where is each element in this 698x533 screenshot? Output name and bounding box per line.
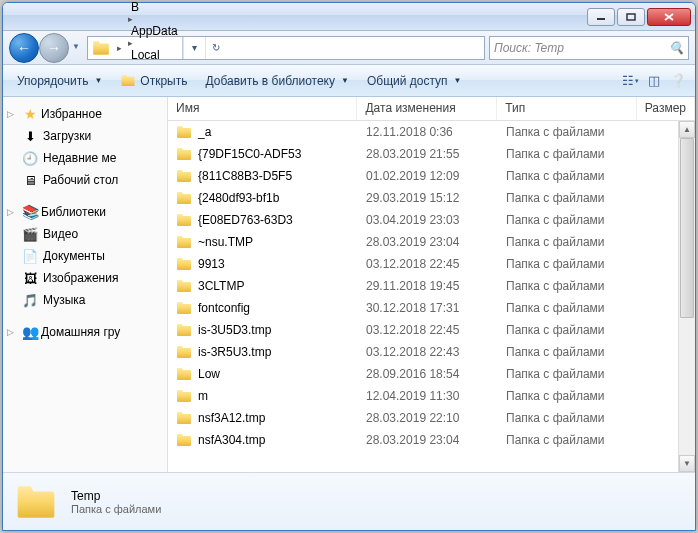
- folder-icon: [176, 213, 192, 227]
- back-button[interactable]: ←: [9, 33, 39, 63]
- file-date: 03.12.2018 22:45: [358, 323, 498, 337]
- libraries-label: Библиотеки: [41, 205, 106, 219]
- close-button[interactable]: [647, 8, 691, 26]
- file-row[interactable]: fontconfig 30.12.2018 17:31 Папка с файл…: [168, 297, 695, 319]
- file-name: fontconfig: [168, 301, 358, 315]
- file-date: 30.12.2018 17:31: [358, 301, 498, 315]
- maximize-button[interactable]: [617, 8, 645, 26]
- file-row[interactable]: nsfA304.tmp 28.03.2019 23:04 Папка с фай…: [168, 429, 695, 451]
- file-date: 03.12.2018 22:43: [358, 345, 498, 359]
- sidebar-item-icon: 🎬: [21, 225, 39, 243]
- column-name[interactable]: Имя: [168, 97, 357, 120]
- file-type: Папка с файлами: [498, 279, 638, 293]
- file-name: {811C88B3-D5F5: [168, 169, 358, 183]
- file-row[interactable]: {811C88B3-D5F5 01.02.2019 12:09 Папка с …: [168, 165, 695, 187]
- file-type: Папка с файлами: [498, 389, 638, 403]
- file-date: 01.02.2019 12:09: [358, 169, 498, 183]
- file-row[interactable]: nsf3A12.tmp 28.03.2019 22:10 Папка с фай…: [168, 407, 695, 429]
- nav-history-dropdown[interactable]: ▼: [69, 33, 83, 61]
- scrollbar-thumb[interactable]: [680, 138, 694, 318]
- breadcrumb-segment[interactable]: Local: [125, 48, 182, 62]
- breadcrumb-arrow[interactable]: ▸: [125, 14, 182, 24]
- file-row[interactable]: is-3R5U3.tmp 03.12.2018 22:43 Папка с фа…: [168, 341, 695, 363]
- sidebar-item-icon: 📄: [21, 247, 39, 265]
- address-bar[interactable]: ▸ B▸AppData▸Local▸Temp▸ ▾ ↻: [87, 36, 485, 60]
- column-size[interactable]: Размер: [637, 97, 695, 120]
- file-name: _a: [168, 125, 358, 139]
- sidebar-item-label: Рабочий стол: [43, 173, 118, 187]
- refresh-button[interactable]: ↻: [205, 37, 227, 59]
- file-type: Папка с файлами: [498, 433, 638, 447]
- address-dropdown[interactable]: ▾: [183, 37, 205, 59]
- file-row[interactable]: 3CLTMP 29.11.2018 19:45 Папка с файлами: [168, 275, 695, 297]
- file-date: 28.03.2019 21:55: [358, 147, 498, 161]
- organize-button[interactable]: Упорядочить▼: [9, 70, 110, 92]
- sidebar-item[interactable]: 📄Документы: [3, 245, 167, 267]
- file-row[interactable]: Low 28.09.2016 18:54 Папка с файлами: [168, 363, 695, 385]
- file-type: Папка с файлами: [498, 191, 638, 205]
- homegroup-label: Домашняя гру: [41, 325, 120, 339]
- file-type: Папка с файлами: [498, 301, 638, 315]
- file-row[interactable]: {2480df93-bf1b 29.03.2019 15:12 Папка с …: [168, 187, 695, 209]
- sidebar-item[interactable]: 🎵Музыка: [3, 289, 167, 311]
- share-button[interactable]: Общий доступ▼: [359, 70, 470, 92]
- forward-button[interactable]: →: [39, 33, 69, 63]
- sidebar-item-label: Музыка: [43, 293, 85, 307]
- folder-icon: [176, 367, 192, 381]
- folder-icon: [176, 125, 192, 139]
- open-folder-icon: [120, 74, 136, 87]
- folder-icon: [176, 301, 192, 315]
- file-row[interactable]: 9913 03.12.2018 22:45 Папка с файлами: [168, 253, 695, 275]
- file-type: Папка с файлами: [498, 411, 638, 425]
- minimize-button[interactable]: [587, 8, 615, 26]
- homegroup[interactable]: ▷ 👥 Домашняя гру: [3, 321, 167, 343]
- sidebar-item[interactable]: 🕘Недавние ме: [3, 147, 167, 169]
- folder-icon: [176, 389, 192, 403]
- libraries-group[interactable]: ▷ 📚 Библиотеки: [3, 201, 167, 223]
- explorer-window: ← → ▼ ▸ B▸AppData▸Local▸Temp▸ ▾ ↻ Поиск:…: [2, 2, 696, 531]
- open-button[interactable]: Открыть: [112, 70, 195, 92]
- breadcrumb-root-arrow[interactable]: ▸: [114, 37, 125, 59]
- file-row[interactable]: {E08ED763-63D3 03.04.2019 23:03 Папка с …: [168, 209, 695, 231]
- scroll-up-button[interactable]: ▲: [679, 121, 695, 138]
- details-type: Папка с файлами: [71, 503, 161, 515]
- file-name: 3CLTMP: [168, 279, 358, 293]
- file-name: ~nsu.TMP: [168, 235, 358, 249]
- breadcrumb-arrow[interactable]: ▸: [125, 38, 182, 48]
- column-type[interactable]: Тип: [497, 97, 637, 120]
- toolbar: Упорядочить▼ Открыть Добавить в библиоте…: [3, 65, 695, 97]
- navigation-sidebar: ▷ ★ Избранное ⬇Загрузки🕘Недавние ме🖥Рабо…: [3, 97, 168, 472]
- file-name: {79DF15C0-ADF53: [168, 147, 358, 161]
- file-date: 12.04.2019 11:30: [358, 389, 498, 403]
- file-date: 29.03.2019 15:12: [358, 191, 498, 205]
- sidebar-item[interactable]: ⬇Загрузки: [3, 125, 167, 147]
- file-row[interactable]: ~nsu.TMP 28.03.2019 23:04 Папка с файлам…: [168, 231, 695, 253]
- sidebar-item-label: Видео: [43, 227, 78, 241]
- file-date: 29.11.2018 19:45: [358, 279, 498, 293]
- scroll-down-button[interactable]: ▼: [679, 455, 695, 472]
- column-date[interactable]: Дата изменения: [357, 97, 497, 120]
- add-to-library-button[interactable]: Добавить в библиотеку▼: [197, 70, 356, 92]
- file-type: Папка с файлами: [498, 367, 638, 381]
- file-row[interactable]: m 12.04.2019 11:30 Папка с файлами: [168, 385, 695, 407]
- sidebar-item[interactable]: 🎬Видео: [3, 223, 167, 245]
- sidebar-item[interactable]: 🖥Рабочий стол: [3, 169, 167, 191]
- content-area: ▷ ★ Избранное ⬇Загрузки🕘Недавние ме🖥Рабо…: [3, 97, 695, 472]
- file-type: Папка с файлами: [498, 235, 638, 249]
- breadcrumb-segment[interactable]: B: [125, 0, 182, 14]
- navigation-bar: ← → ▼ ▸ B▸AppData▸Local▸Temp▸ ▾ ↻ Поиск:…: [3, 31, 695, 65]
- vertical-scrollbar[interactable]: ▲ ▼: [678, 121, 695, 472]
- favorites-group[interactable]: ▷ ★ Избранное: [3, 103, 167, 125]
- search-input[interactable]: Поиск: Temp 🔍: [489, 36, 689, 60]
- view-options-button[interactable]: ☷▾: [619, 70, 641, 92]
- breadcrumb-segment[interactable]: AppData: [125, 24, 182, 38]
- file-row[interactable]: is-3U5D3.tmp 03.12.2018 22:45 Папка с фа…: [168, 319, 695, 341]
- file-row[interactable]: _a 12.11.2018 0:36 Папка с файлами: [168, 121, 695, 143]
- preview-pane-button[interactable]: ◫: [643, 70, 665, 92]
- sidebar-item[interactable]: 🖼Изображения: [3, 267, 167, 289]
- sidebar-item-label: Изображения: [43, 271, 118, 285]
- file-row[interactable]: {79DF15C0-ADF53 28.03.2019 21:55 Папка с…: [168, 143, 695, 165]
- help-button[interactable]: ❔: [667, 70, 689, 92]
- svg-rect-0: [597, 18, 605, 20]
- file-date: 28.09.2016 18:54: [358, 367, 498, 381]
